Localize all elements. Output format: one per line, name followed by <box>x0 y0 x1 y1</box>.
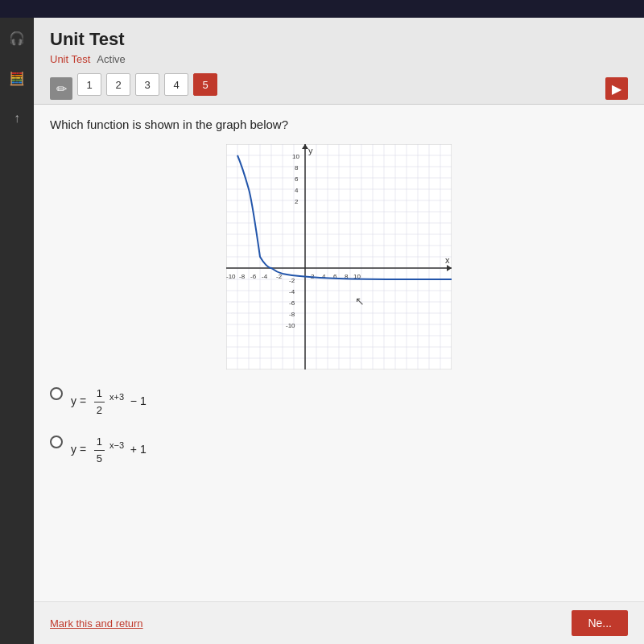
svg-text:-8: -8 <box>239 273 246 280</box>
left-sidebar: 🎧 🧮 ↑ <box>0 18 34 644</box>
pencil-button[interactable]: ✏ <box>50 77 72 100</box>
svg-text:-10: -10 <box>286 322 295 329</box>
headphones-icon[interactable]: 🎧 <box>5 26 29 50</box>
nav-top-row: ✏ 1 2 3 4 5 ▶ <box>50 73 628 104</box>
page-title: Unit Test <box>50 29 628 50</box>
svg-text:8: 8 <box>295 164 299 171</box>
bottom-bar: Mark this and return Ne... <box>34 601 644 644</box>
top-bar <box>0 0 644 18</box>
nav-btn-1[interactable]: 1 <box>77 73 101 96</box>
svg-text:y: y <box>308 146 313 155</box>
breadcrumb-active: Active <box>97 53 125 65</box>
function-graph: x y -10 -8 -6 -4 -2 2 4 6 8 10 <box>226 144 452 369</box>
graph-container: x y -10 -8 -6 -4 -2 2 4 6 8 10 <box>50 144 628 369</box>
answer-option-a: y = 1 2 x+3 − 1 <box>50 386 628 418</box>
breadcrumb-row: Unit Test Active <box>50 53 628 65</box>
svg-text:x: x <box>445 255 450 265</box>
svg-text:-4: -4 <box>289 288 295 295</box>
svg-text:2: 2 <box>295 198 299 205</box>
svg-text:4: 4 <box>295 187 299 194</box>
nav-btn-5[interactable]: 5 <box>193 73 217 96</box>
svg-text:-6: -6 <box>289 299 295 307</box>
nav-btn-2[interactable]: 2 <box>106 73 130 96</box>
svg-text:-2: -2 <box>289 277 295 284</box>
svg-text:-8: -8 <box>289 311 295 318</box>
radio-b[interactable] <box>50 436 63 448</box>
arrow-up-icon[interactable]: ↑ <box>5 106 29 130</box>
svg-text:-10: -10 <box>226 273 236 280</box>
nav-next-arrow[interactable]: ▶ <box>605 77 628 100</box>
svg-text:-4: -4 <box>262 273 268 280</box>
svg-text:4: 4 <box>322 273 326 280</box>
content-area: Unit Test Unit Test Active ✏ 1 2 3 4 5 ▶… <box>34 18 644 644</box>
nav-btn-3[interactable]: 3 <box>135 73 159 96</box>
question-nav: 1 2 3 4 5 <box>77 73 217 104</box>
radio-a[interactable] <box>50 387 63 400</box>
calculator-icon[interactable]: 🧮 <box>5 66 29 90</box>
svg-text:10: 10 <box>292 153 299 160</box>
answer-option-b: y = 1 5 x−3 + 1 <box>50 434 628 466</box>
formula-b: y = 1 5 x−3 + 1 <box>71 434 147 466</box>
question-text: Which function is shown in the graph bel… <box>50 118 628 131</box>
formula-a: y = 1 2 x+3 − 1 <box>71 386 147 418</box>
svg-text:6: 6 <box>295 175 299 183</box>
main-container: 🎧 🧮 ↑ Unit Test Unit Test Active ✏ 1 2 3… <box>0 18 644 644</box>
question-section: Which function is shown in the graph bel… <box>34 105 644 601</box>
header-section: Unit Test Unit Test Active ✏ 1 2 3 4 5 ▶ <box>34 18 644 105</box>
svg-text:-6: -6 <box>250 273 257 280</box>
breadcrumb-link[interactable]: Unit Test <box>50 53 90 65</box>
next-button[interactable]: Ne... <box>572 610 628 636</box>
nav-btn-4[interactable]: 4 <box>164 73 188 96</box>
svg-text:↖: ↖ <box>355 295 365 308</box>
mark-return-link[interactable]: Mark this and return <box>50 617 143 630</box>
